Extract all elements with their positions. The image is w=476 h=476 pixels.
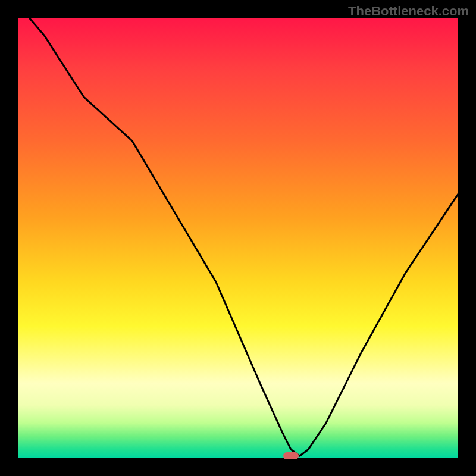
watermark-text: TheBottleneck.com bbox=[348, 4, 469, 19]
figure-root: TheBottleneck.com bbox=[0, 0, 476, 476]
bottleneck-curve-line bbox=[18, 18, 458, 456]
optimum-marker bbox=[283, 452, 299, 459]
chart-svg bbox=[18, 18, 458, 458]
